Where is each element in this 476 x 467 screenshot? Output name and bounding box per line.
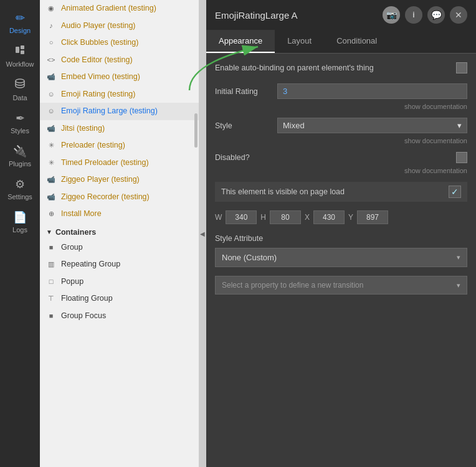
visible-checkbox[interactable]: ✓ bbox=[449, 186, 461, 198]
list-item-code-editor[interactable]: <> Code Editor (testing) bbox=[40, 52, 199, 69]
list-item-group[interactable]: ■ Group bbox=[40, 239, 199, 257]
chat-icon: 💬 bbox=[431, 10, 442, 20]
transition-select[interactable]: Select a property to define a new transi… bbox=[215, 276, 467, 295]
list-item-animated-gradient[interactable]: ◉ Animated Gradient (testing) bbox=[40, 0, 199, 17]
list-item-preloader[interactable]: ✳ Preloader (testing) bbox=[40, 137, 199, 154]
popup-label[interactable]: Popup bbox=[61, 276, 83, 288]
disabled-show-doc[interactable]: show documentation bbox=[215, 167, 467, 174]
panel-content: Enable auto-binding on parent element's … bbox=[206, 54, 476, 312]
list-item-popup[interactable]: □ Popup bbox=[40, 273, 199, 291]
design-icon: ✏ bbox=[16, 11, 25, 25]
list-item-install-more[interactable]: ⊕ Install More bbox=[40, 205, 199, 223]
preloader-link[interactable]: Preloader (testing) bbox=[61, 140, 125, 151]
jitsi-link[interactable]: Jitsi (testing) bbox=[61, 123, 105, 134]
repeating-group-label[interactable]: Repeating Group bbox=[61, 259, 120, 270]
embed-vimeo-link[interactable]: Embed Vimeo (testing) bbox=[61, 72, 140, 83]
timed-preloader-link[interactable]: Timed Preloader (testing) bbox=[61, 158, 149, 169]
close-icon-button[interactable]: ✕ bbox=[450, 6, 467, 24]
height-input[interactable] bbox=[270, 210, 301, 224]
list-item-group-focus[interactable]: ■ Group Focus bbox=[40, 308, 199, 325]
style-select[interactable]: Mixed ▾ bbox=[277, 118, 467, 133]
animated-gradient-link[interactable]: Animated Gradient (testing) bbox=[61, 3, 156, 14]
timed-preloader-icon: ✳ bbox=[46, 158, 56, 167]
camera-icon: 📷 bbox=[386, 10, 397, 20]
disabled-toggle[interactable] bbox=[456, 152, 467, 163]
tab-conditional[interactable]: Conditional bbox=[324, 30, 389, 53]
style-attribute-label: Style Attribute bbox=[215, 234, 467, 243]
nav-label-workflow: Workflow bbox=[6, 60, 34, 68]
list-item-timed-preloader[interactable]: ✳ Timed Preloader (testing) bbox=[40, 154, 199, 172]
auto-bind-toggle[interactable] bbox=[456, 62, 467, 73]
nav-item-logs[interactable]: 📄 Logs bbox=[0, 205, 40, 238]
install-more-icon: ⊕ bbox=[46, 209, 56, 219]
list-item-floating-group[interactable]: ⊤ Floating Group bbox=[40, 290, 199, 308]
dimensions-row: W H X Y bbox=[215, 210, 467, 224]
nav-label-plugins: Plugins bbox=[9, 160, 31, 167]
containers-section-header[interactable]: ▼ Containers bbox=[40, 223, 199, 239]
y-input[interactable] bbox=[357, 210, 388, 224]
list-item-jitsi[interactable]: 📹 Jitsi (testing) bbox=[40, 120, 199, 138]
nav-item-design[interactable]: ✏ Design bbox=[0, 6, 40, 39]
list-item-emoji-rating-large[interactable]: ☺ Emoji Rating Large (testing) bbox=[40, 103, 199, 120]
initial-rating-doc-label: show documentation bbox=[404, 103, 467, 110]
list-item-emoji-rating[interactable]: ☺ Emoji Rating (testing) bbox=[40, 86, 199, 103]
nav-item-data[interactable]: Data bbox=[0, 73, 40, 106]
emoji-rating-icon: ☺ bbox=[46, 89, 56, 99]
svg-point-4 bbox=[16, 79, 24, 83]
disabled-doc-label: show documentation bbox=[404, 167, 467, 174]
chat-icon-button[interactable]: 💬 bbox=[427, 6, 445, 24]
tab-layout-label: Layout bbox=[287, 36, 312, 45]
emoji-rating-link[interactable]: Emoji Rating (testing) bbox=[61, 89, 136, 100]
initial-rating-show-doc[interactable]: show documentation bbox=[215, 103, 467, 110]
group-icon: ■ bbox=[46, 242, 56, 252]
nav-item-plugins[interactable]: 🔌 Plugins bbox=[0, 139, 40, 172]
audio-player-link[interactable]: Audio Player (testing) bbox=[61, 21, 136, 32]
data-icon bbox=[14, 78, 26, 92]
ziggeo-recorder-link[interactable]: Ziggeo Recorder (testing) bbox=[61, 192, 150, 203]
style-select-value: Mixed bbox=[283, 121, 305, 130]
list-item-click-bubbles[interactable]: ○ Click Bubbles (testing) bbox=[40, 34, 199, 52]
tab-appearance[interactable]: Appearance bbox=[206, 30, 275, 53]
panel-title: EmojiRatingLarge A bbox=[215, 10, 298, 21]
initial-rating-input[interactable] bbox=[277, 83, 467, 99]
disabled-label: Disabled? bbox=[215, 153, 250, 162]
panel-header: EmojiRatingLarge A 📷 i 💬 ✕ bbox=[206, 0, 476, 30]
install-more-link[interactable]: Install More bbox=[61, 209, 102, 220]
y-label: Y bbox=[348, 213, 353, 222]
floating-group-label[interactable]: Floating Group bbox=[61, 293, 113, 304]
code-editor-link[interactable]: Code Editor (testing) bbox=[61, 55, 133, 66]
list-item-repeating-group[interactable]: ▥ Repeating Group bbox=[40, 256, 199, 273]
panel-tabs: Appearance Layout Conditional bbox=[206, 30, 476, 54]
visible-row: This element is visible on page load ✓ bbox=[215, 182, 467, 202]
ziggeo-player-link[interactable]: Ziggeo Player (testing) bbox=[61, 174, 140, 186]
width-input[interactable] bbox=[226, 210, 257, 224]
list-item-embed-vimeo[interactable]: 📹 Embed Vimeo (testing) bbox=[40, 68, 199, 86]
style-attribute-select[interactable]: None (Custom) ▾ bbox=[215, 248, 467, 267]
camera-icon-button[interactable]: 📷 bbox=[383, 6, 400, 24]
click-bubbles-link[interactable]: Click Bubbles (testing) bbox=[61, 37, 138, 49]
list-item-ziggeo-player[interactable]: 📹 Ziggeo Player (testing) bbox=[40, 171, 199, 189]
nav-item-styles[interactable]: ✒ Styles bbox=[0, 106, 40, 139]
list-item-audio-player[interactable]: ♪ Audio Player (testing) bbox=[40, 17, 199, 35]
nav-item-workflow[interactable]: Workflow bbox=[0, 39, 40, 73]
list-item-ziggeo-recorder[interactable]: 📹 Ziggeo Recorder (testing) bbox=[40, 189, 199, 206]
tab-layout[interactable]: Layout bbox=[275, 30, 324, 53]
nav-item-settings[interactable]: ⚙ Settings bbox=[0, 172, 40, 205]
group-focus-label[interactable]: Group Focus bbox=[61, 311, 106, 322]
scrollbar-thumb[interactable] bbox=[194, 113, 198, 148]
code-editor-icon: <> bbox=[46, 55, 56, 65]
plugins-icon: 🔌 bbox=[13, 144, 27, 158]
emoji-rating-large-icon: ☺ bbox=[46, 106, 56, 116]
nav-label-styles: Styles bbox=[11, 127, 29, 134]
panel-collapse-handle[interactable]: ◀ bbox=[199, 0, 206, 467]
x-input[interactable] bbox=[313, 210, 345, 224]
collapse-arrow-icon: ◀ bbox=[200, 230, 205, 237]
ziggeo-player-icon: 📹 bbox=[46, 175, 56, 185]
style-show-doc[interactable]: show documentation bbox=[215, 137, 467, 144]
style-dropdown-arrow-icon: ▾ bbox=[457, 121, 462, 130]
style-doc-label: show documentation bbox=[404, 137, 467, 144]
info-icon-button[interactable]: i bbox=[405, 6, 422, 24]
emoji-rating-large-link[interactable]: Emoji Rating Large (testing) bbox=[61, 106, 158, 117]
group-label[interactable]: Group bbox=[61, 242, 83, 253]
embed-vimeo-icon: 📹 bbox=[46, 72, 56, 82]
